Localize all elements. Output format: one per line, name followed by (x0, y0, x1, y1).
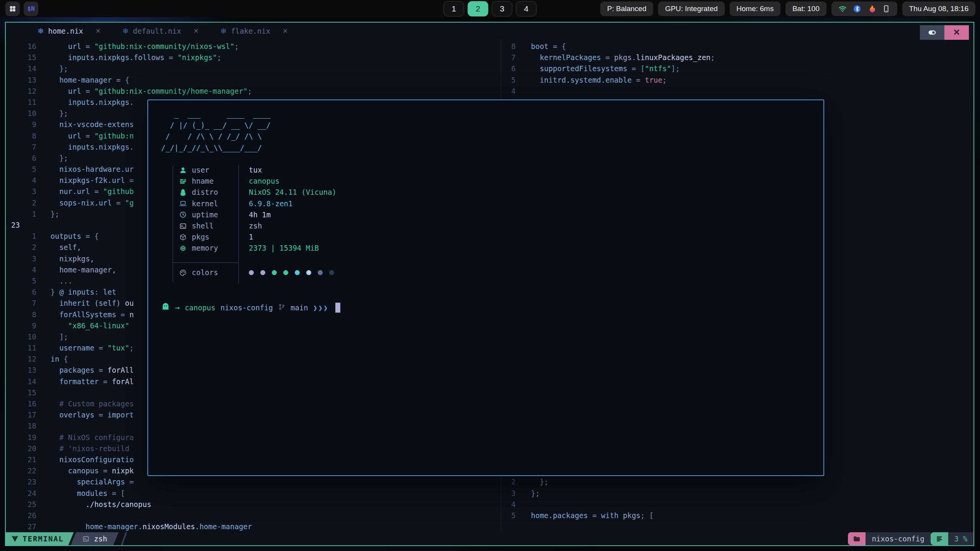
topbar-right: P: BalancedGPU: IntegratedHome: 6msBat: … (600, 0, 975, 17)
status-pill[interactable]: P: Balanced (600, 2, 653, 16)
workspace-button-3[interactable]: 3 (492, 1, 513, 16)
status-pill[interactable]: GPU: Integrated (658, 2, 724, 16)
line-text: formatter = forAl (51, 376, 134, 387)
line-text: sops-nix.url = "g (51, 197, 134, 209)
prompt-host: canopus (185, 303, 216, 312)
tab-close-icon[interactable]: ✕ (95, 27, 101, 35)
line-number: 26 (6, 510, 36, 521)
line-text: packages = forAll (51, 365, 134, 376)
fetch-label-shell: shell (173, 220, 239, 231)
phone-icon (882, 5, 890, 13)
terminal-prompt[interactable]: → canopus nixos-config main ❯❯❯ (161, 302, 340, 313)
line-text: nixosConfiguratio (51, 454, 134, 465)
line-number: 15 (6, 387, 36, 398)
toggle-icon (928, 28, 937, 37)
launcher-button[interactable] (5, 2, 20, 16)
fetch-value-hname: canopus (239, 176, 336, 187)
prompt-directory: nixos-config (220, 303, 273, 312)
line-number: 5 (502, 75, 516, 86)
line-number: 4 (6, 264, 36, 276)
app-button[interactable]: $N (24, 2, 38, 16)
window-close-button[interactable]: ✕ (944, 25, 969, 40)
line-number: 3 (6, 253, 36, 264)
line-text: home-manager.nixosModules.home-manager (51, 521, 252, 532)
line-number: 5 (502, 510, 516, 521)
palette-dot (272, 270, 277, 275)
statusline-scroll-percent: 3 % (948, 532, 973, 545)
fetch-value-shell: zsh (239, 220, 336, 231)
line-number: 15 (6, 52, 36, 63)
line-text: url = "github:n (51, 130, 134, 142)
prompt-arrow: → (175, 303, 180, 312)
line-number: 4 (6, 175, 36, 186)
tab-close-icon[interactable]: ✕ (193, 27, 199, 35)
line-text: }; (531, 476, 549, 487)
clock-icon (179, 211, 187, 218)
topbar-left: $N (5, 0, 38, 17)
code-line: 5home.packages = with pkgs; [ (502, 510, 973, 521)
line-number: 4 (502, 86, 516, 97)
line-number: 16 (6, 41, 36, 52)
terminal-icon (82, 535, 90, 543)
workspace-switcher: 1234 (444, 0, 537, 17)
tab-label: home.nix (48, 27, 83, 35)
line-number: 16 (6, 398, 36, 409)
line-number: 8 (6, 130, 36, 142)
workspace-button-2[interactable]: 2 (468, 1, 488, 16)
fetch-spacer (239, 254, 336, 262)
line-number: 9 (6, 320, 36, 331)
line-number: 2 (6, 197, 36, 209)
line-text: nixos-hardware.ur (51, 164, 134, 175)
terminal-cursor (335, 303, 340, 313)
tab-list: ❄home.nix✕❄default.nix✕❄flake.nix✕ (27, 23, 299, 39)
line-number: 24 (6, 488, 36, 499)
line-number: 7 (6, 298, 36, 309)
status-pill[interactable]: Bat: 100 (786, 2, 826, 16)
fetch-label-memory: memory (173, 243, 239, 254)
wifi-icon (838, 5, 847, 13)
palette-dot (306, 270, 311, 275)
code-line: 13 home-manager = { (6, 75, 500, 86)
workspace-button-1[interactable]: 1 (444, 1, 464, 16)
palette-icon (179, 269, 187, 277)
statusline-right: nixos-config 3 % (848, 532, 973, 545)
desktop: $N 1234 P: BalancedGPU: IntegratedHome: … (0, 0, 980, 551)
fetch-label-distro: distro (173, 187, 239, 198)
line-text: } @ inputs: let (51, 287, 116, 298)
palette-dot (295, 270, 300, 275)
line-number: 22 (6, 465, 36, 476)
code-line: 4 (502, 86, 973, 97)
statusline-separator (121, 532, 127, 545)
line-number: 6 (502, 63, 516, 74)
pin-toggle-button[interactable] (920, 25, 944, 40)
tab-close-icon[interactable]: ✕ (283, 27, 288, 35)
tab-default.nix[interactable]: ❄default.nix✕ (112, 23, 210, 39)
branch-icon (278, 303, 286, 311)
code-line (502, 521, 973, 532)
line-number: 19 (6, 432, 36, 443)
system-tray[interactable] (831, 2, 897, 16)
tab-flake.nix[interactable]: ❄flake.nix✕ (209, 23, 299, 39)
status-pill[interactable]: Home: 6ms (730, 2, 781, 16)
line-text: url = "github:nix-community/home-manager… (51, 86, 252, 97)
line-text: supportedFilesystems = ["ntfs"]; (531, 63, 680, 74)
line-number: 2 (502, 476, 516, 487)
clock[interactable]: Thu Aug 08, 18:16 (902, 2, 975, 16)
terminal-icon (179, 222, 187, 230)
fetch-color-palette (239, 262, 336, 283)
line-text: nur.url = "github (51, 186, 134, 197)
statusline-shell: zsh (71, 532, 119, 545)
line-text: inputs.nixpkgs.follows = "nixpkgs"; (51, 52, 221, 63)
package-icon (179, 233, 187, 241)
fetch-label-kernel: kernel (173, 198, 239, 209)
line-number: 13 (6, 75, 36, 86)
workspace-button-4[interactable]: 4 (516, 1, 537, 16)
folder-icon (848, 532, 866, 545)
line-number: 8 (502, 41, 516, 52)
tab-home.nix[interactable]: ❄home.nix✕ (27, 23, 112, 39)
line-text: inputs.nixpkgs. (51, 97, 134, 108)
line-number: 6 (6, 153, 36, 164)
terminal-window[interactable]: _ ___ ____ ____ / |/ (_)_ __/ __ \/ __/ … (147, 99, 824, 476)
line-text: home.packages = with pkgs; [ (531, 510, 653, 521)
line-text: ... (51, 276, 72, 287)
